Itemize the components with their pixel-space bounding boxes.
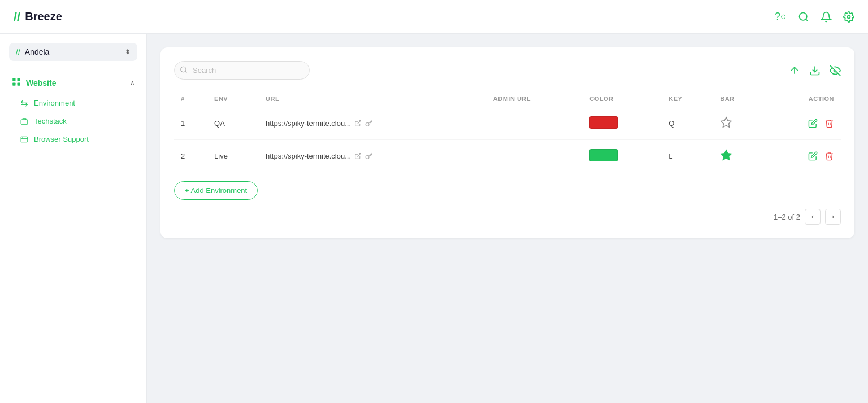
col-env: ENV: [207, 91, 259, 107]
col-num: #: [174, 91, 207, 107]
delete-icon[interactable]: [824, 151, 834, 161]
main-layout: // Andela ⬍ Website ∧ Environment T: [0, 34, 868, 403]
workspace-chevron-icon: ⬍: [125, 48, 131, 56]
toolbar: [174, 61, 841, 80]
col-bar: BAR: [713, 91, 766, 107]
svg-line-1: [806, 19, 808, 21]
key-icon[interactable]: [365, 152, 372, 160]
pagination-info: 1–2 of 2: [774, 213, 800, 221]
svg-point-13: [181, 67, 186, 72]
chevron-up-icon: ∧: [130, 79, 135, 87]
sidebar-item-environment-label: Environment: [34, 99, 75, 107]
environment-icon: [20, 99, 28, 107]
search-input[interactable]: [174, 61, 310, 80]
cell-url-1: https://spiky-termite.clou...: [259, 140, 487, 173]
cell-bar-0[interactable]: [713, 107, 766, 140]
cell-env-0: QA: [207, 107, 259, 140]
hide-icon[interactable]: [830, 65, 841, 76]
website-section-icon: [11, 77, 21, 89]
svg-marker-23: [721, 150, 731, 160]
svg-rect-5: [12, 83, 15, 86]
svg-marker-20: [721, 117, 731, 127]
logo-icon: //: [14, 10, 20, 24]
external-link-icon[interactable]: [354, 152, 362, 160]
pagination-prev-button[interactable]: ‹: [805, 209, 821, 225]
sidebar-item-browser-support-label: Browser Support: [34, 135, 89, 143]
toolbar-actions: [789, 65, 841, 76]
svg-line-14: [185, 71, 187, 73]
table-header: # ENV URL ADMIN URL COLOR KEY BAR ACTION: [174, 91, 841, 107]
sidebar-section-header-website[interactable]: Website ∧: [5, 72, 142, 94]
sidebar-section-title-website: Website: [11, 77, 56, 89]
svg-line-21: [357, 154, 361, 157]
cell-num-0: 1: [174, 107, 207, 140]
svg-rect-4: [18, 78, 20, 81]
sidebar-item-browser-support[interactable]: Browser Support: [5, 130, 142, 148]
workspace-logo-icon: //: [16, 47, 20, 56]
settings-icon[interactable]: [843, 11, 854, 23]
sidebar-item-techstack-label: Techstack: [34, 117, 67, 125]
cell-action-0: [766, 107, 841, 140]
search-wrapper: [174, 61, 310, 80]
sort-icon[interactable]: [789, 65, 800, 76]
search-icon-inner: [180, 65, 188, 75]
delete-icon[interactable]: [824, 119, 834, 128]
search-icon[interactable]: [798, 11, 809, 23]
workspace-name: Andela: [25, 47, 120, 56]
add-environment-button[interactable]: + Add Environment: [174, 181, 258, 200]
cell-url-0: https://spiky-termite.clou...: [259, 107, 487, 140]
col-color: COLOR: [583, 91, 662, 107]
edit-icon[interactable]: [808, 119, 818, 128]
cell-admin-url-1: [487, 140, 583, 173]
table-row: 1 QA https://spiky-termite.clou... Q: [174, 107, 841, 140]
col-action: ACTION: [766, 91, 841, 107]
star-bar-icon[interactable]: [720, 116, 732, 129]
browser-support-icon: [20, 135, 28, 143]
workspace-selector[interactable]: // Andela ⬍: [9, 43, 137, 61]
cell-bar-1[interactable]: [713, 140, 766, 173]
table-row: 2 Live https://spiky-termite.clou... L: [174, 140, 841, 173]
cell-color-1: [583, 140, 662, 173]
cell-key-1: L: [662, 140, 713, 173]
pagination-next-button[interactable]: ›: [825, 209, 841, 225]
help-icon[interactable]: ?○: [775, 11, 787, 23]
col-key: KEY: [662, 91, 713, 107]
environment-table: # ENV URL ADMIN URL COLOR KEY BAR ACTION…: [174, 91, 841, 172]
edit-icon[interactable]: [808, 151, 818, 161]
main-content: # ENV URL ADMIN URL COLOR KEY BAR ACTION…: [147, 34, 868, 403]
svg-rect-10: [21, 137, 28, 142]
sidebar-item-techstack[interactable]: Techstack: [5, 112, 142, 130]
star-bar-icon[interactable]: [720, 149, 732, 161]
cell-key-0: Q: [662, 107, 713, 140]
app-name: Breeze: [25, 10, 62, 23]
table-body: 1 QA https://spiky-termite.clou... Q: [174, 107, 841, 173]
svg-rect-3: [12, 78, 15, 81]
techstack-icon: [20, 117, 28, 125]
bell-icon[interactable]: [821, 11, 832, 23]
cell-color-0: [583, 107, 662, 140]
sidebar-section-website: Website ∧ Environment Techstack Browser …: [0, 72, 146, 148]
app-logo: // Breeze: [14, 10, 62, 24]
environment-card: # ENV URL ADMIN URL COLOR KEY BAR ACTION…: [160, 47, 854, 238]
svg-point-22: [366, 155, 369, 159]
download-icon[interactable]: [809, 65, 821, 76]
color-swatch: [589, 149, 618, 161]
svg-rect-6: [18, 83, 20, 86]
color-swatch: [589, 116, 618, 129]
col-url: URL: [259, 91, 487, 107]
svg-point-2: [848, 15, 850, 18]
svg-line-18: [357, 121, 361, 124]
cell-num-1: 2: [174, 140, 207, 173]
cell-action-1: [766, 140, 841, 173]
svg-point-19: [366, 122, 369, 126]
svg-rect-9: [21, 120, 28, 124]
website-label: Website: [26, 78, 56, 87]
key-icon[interactable]: [365, 120, 372, 127]
topnav: // Breeze ?○: [0, 0, 868, 34]
external-link-icon[interactable]: [354, 120, 362, 127]
cell-admin-url-0: [487, 107, 583, 140]
col-admin-url: ADMIN URL: [487, 91, 583, 107]
pagination: 1–2 of 2 ‹ ›: [174, 209, 841, 225]
svg-point-0: [800, 12, 807, 20]
sidebar-item-environment[interactable]: Environment: [5, 94, 142, 112]
